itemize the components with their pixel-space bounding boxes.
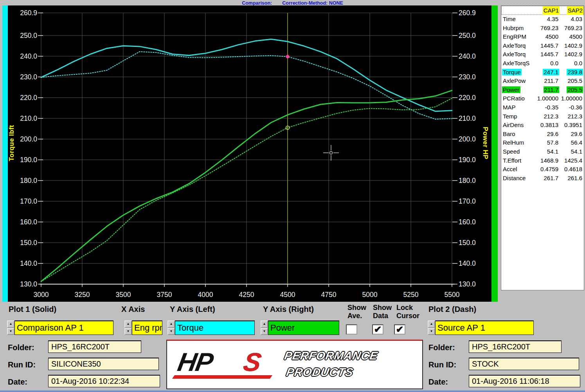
panel-row: AxleTorq1445.71402.9	[501, 50, 584, 59]
plot2-field[interactable]: Source AP 1	[435, 320, 534, 335]
panel-row-value: 769.23	[559, 24, 583, 33]
panel-row-label: AxleTorqS	[501, 59, 534, 68]
plot1-label: Plot 1 (Solid)	[9, 305, 56, 314]
channel-data-panel: CAP1 SAP2 Time4.354.03Hubrpm769.23769.23…	[501, 5, 584, 290]
hps-logo-products-text: PRODUCTS	[285, 366, 355, 379]
panel-row-label: AxleTorq	[501, 50, 534, 59]
spinner-up-icon[interactable]: ▲	[428, 320, 435, 328]
panel-row-value: 56.4	[559, 138, 583, 147]
panel-row-label: Speed	[501, 147, 534, 156]
panel-row-value: 0.4759	[534, 165, 559, 174]
panel-row: RelHum57.856.4	[501, 138, 584, 147]
xaxis-field[interactable]: Eng rpm	[132, 320, 162, 335]
panel-row-label: Power	[501, 86, 534, 95]
y-tick-label-right: 160.0	[459, 218, 476, 226]
y-tick-label-right: 130.0	[459, 280, 476, 288]
dyno-chart[interactable]: 3000325035003750400042504500475050005250…	[0, 5, 499, 302]
folder-field-left[interactable]: HPS_16RC200T	[48, 340, 141, 353]
panel-row-value: 4.35	[534, 15, 559, 24]
yaxis-left-spinner: ▲ ▼	[167, 320, 175, 335]
panel-row-value: 1468.9	[534, 156, 559, 165]
spinner-down-icon[interactable]: ▼	[124, 328, 132, 335]
folder-label-left: Folder:	[8, 343, 34, 352]
lock-cursor-label: LockCursor	[396, 304, 419, 320]
x-tick-label: 4750	[321, 291, 337, 299]
panel-row-value: 54.1	[534, 147, 559, 156]
y-tick-label-right: 200.0	[459, 135, 476, 143]
window-bottom-edge	[0, 390, 585, 392]
show-ave-label: ShowAve.	[347, 304, 366, 320]
runid-field-right[interactable]: STOCK	[469, 358, 579, 370]
y-tick-label-left: 230.0	[20, 73, 37, 81]
plot1-field[interactable]: Comparison AP 1	[14, 320, 113, 335]
y-tick-label-right: 230.0	[459, 73, 476, 81]
panel-row: Hubrpm769.23769.23	[501, 24, 584, 33]
spinner-down-icon[interactable]: ▼	[428, 328, 435, 335]
yaxis-left-field[interactable]: Torque	[175, 320, 255, 335]
panel-row-value: 0.0	[559, 59, 583, 68]
spinner-down-icon[interactable]: ▼	[167, 328, 175, 335]
y-tick-label-right: 180.0	[459, 177, 476, 184]
panel-header-sap2: SAP2	[567, 6, 583, 15]
panel-row: Distance261.7261.6	[501, 174, 584, 183]
panel-row: Power211.7205.5	[501, 86, 584, 95]
yaxis-left-label: Y Axis (Left)	[170, 305, 215, 314]
spinner-up-icon[interactable]: ▲	[261, 320, 268, 328]
panel-row-value: 1445.7	[534, 41, 559, 50]
runid-label-right: Run ID:	[428, 360, 456, 369]
x-tick-label: 3000	[34, 291, 49, 299]
xaxis-label: X Axis	[121, 305, 145, 314]
folder-label-right: Folder:	[428, 343, 455, 352]
date-field-right[interactable]: 01-Aug-2016 11:06:18	[469, 375, 580, 387]
panel-header-cap1: CAP1	[543, 6, 560, 15]
panel-row-value: 4500	[559, 32, 583, 41]
correction-method-title: Correction-Method: NONE	[282, 0, 343, 6]
y-tick-label-left: 210.0	[20, 115, 37, 122]
hps-logo-swoosh	[172, 375, 272, 379]
spinner-down-icon[interactable]: ▼	[7, 328, 14, 335]
hps-logo-performance-text: PERFORMANCE	[283, 349, 379, 362]
plot1-spinner: ▲ ▼	[7, 320, 14, 335]
panel-row-label: PCRatio	[501, 94, 534, 103]
panel-row-value: 1402.9	[559, 50, 583, 59]
xaxis-selector: ▲ ▼ Eng rpm	[124, 320, 162, 335]
panel-row-value: 0.3951	[559, 121, 583, 130]
panel-row-value: 0.3813	[534, 121, 559, 130]
panel-row-label: EngRPM	[501, 32, 534, 41]
plot2-spinner: ▲ ▼	[428, 320, 435, 335]
show-data-checkbox[interactable]: ✔	[372, 324, 383, 335]
y-tick-label-left: 190.0	[20, 156, 37, 164]
y-tick-label-left: 240.0	[20, 52, 37, 60]
folder-field-right[interactable]: HPS_16RC200T	[469, 340, 562, 353]
lock-cursor-checkbox[interactable]: ✔	[394, 324, 405, 335]
plot2-selector: ▲ ▼ Source AP 1	[428, 320, 534, 335]
panel-row-value: 54.1	[559, 147, 583, 156]
y-tick-label-left: 200.0	[20, 135, 37, 143]
plot2-label: Plot 2 (Dash)	[428, 305, 476, 314]
spinner-up-icon[interactable]: ▲	[7, 320, 14, 328]
runid-field-left[interactable]: SILICONE350	[48, 358, 159, 370]
hps-logo-s-text: S	[241, 347, 263, 377]
panel-row: Torque247.1239.8	[501, 68, 584, 77]
y-tick-label-right: 260.9	[459, 9, 476, 17]
cursor-torque-marker	[286, 55, 290, 58]
spinner-down-icon[interactable]: ▼	[261, 328, 268, 335]
panel-row: AxlePow211.7205.5	[501, 77, 584, 86]
panel-row-label: Torque	[501, 68, 534, 77]
show-ave-checkbox[interactable]	[346, 324, 357, 335]
spinner-up-icon[interactable]: ▲	[124, 320, 132, 328]
title-bar: Comparison: Correction-Method: NONE	[0, 0, 585, 6]
show-data-label: ShowData	[373, 304, 392, 320]
y-tick-label-left: 160.0	[20, 218, 37, 226]
spinner-up-icon[interactable]: ▲	[167, 320, 175, 328]
yaxis-right-field[interactable]: Power	[268, 320, 339, 335]
date-field-left[interactable]: 01-Aug-2016 10:22:34	[48, 375, 160, 387]
y-tick-label-left: 260.9	[20, 9, 37, 17]
x-tick-label: 3500	[116, 291, 131, 299]
y-tick-label-right: 150.0	[459, 239, 476, 247]
panel-row-label: T.Effort	[501, 156, 534, 165]
panel-row-value: 57.8	[534, 138, 559, 147]
x-tick-label: 3750	[157, 291, 172, 299]
y-tick-label-left: 150.0	[20, 239, 37, 247]
x-tick-label: 5000	[362, 291, 378, 299]
